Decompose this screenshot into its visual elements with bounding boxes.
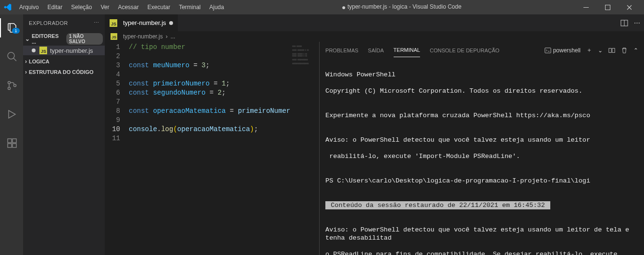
new-terminal-icon[interactable]: ＋ (586, 46, 592, 54)
svg-rect-7 (8, 139, 12, 143)
dirty-indicator-icon (169, 21, 173, 25)
window-title: ● typer-number.js - logica - Visual Stud… (228, 3, 575, 11)
menu-ver[interactable]: Ver (97, 2, 113, 12)
svg-rect-0 (583, 7, 589, 8)
code-editor[interactable]: 1 2 3 4 5 6 7 8 9 10 11 // tipo number c… (105, 42, 319, 255)
svg-rect-8 (12, 139, 16, 143)
folder-logica-label: LOGICA (29, 59, 50, 64)
close-button[interactable] (619, 0, 640, 14)
chevron-right-icon: › (25, 69, 27, 75)
explorer-badge: 1 (12, 28, 19, 34)
editor-tab[interactable]: JS typer-number.js (105, 14, 178, 31)
folder-outline-label: ESTRUTURA DO CÓDIGO (29, 69, 94, 75)
unsaved-badge: 1 NÃO SALVO (66, 33, 103, 45)
svg-point-2 (8, 52, 14, 59)
chevron-down-icon: ⌄ (25, 36, 30, 42)
svg-rect-13 (545, 48, 551, 53)
editor-area: JS typer-number.js ⋯ JS typer-number.js … (105, 14, 644, 255)
js-file-icon: JS (110, 19, 117, 27)
tab-terminal[interactable]: TERMINAL (394, 43, 421, 57)
menu-selecao[interactable]: Seleção (67, 2, 96, 12)
vscode-logo-icon (4, 3, 12, 11)
breadcrumbs[interactable]: JS typer-number.js › ... (105, 31, 644, 42)
maximize-panel-icon[interactable]: ⌃ (633, 47, 638, 54)
more-actions-icon[interactable]: ⋯ (634, 19, 640, 26)
open-editors-section[interactable]: ⌄ EDITORES ... 1 NÃO SALVO (23, 32, 105, 46)
terminal-dropdown-icon[interactable]: ⌄ (598, 47, 603, 54)
activity-bar: 1 (0, 14, 23, 255)
chevron-right-icon: › (25, 58, 27, 65)
open-editor-file[interactable]: JS typer-number.js (23, 46, 105, 55)
code-content[interactable]: // tipo number const meuNumero = 3; cons… (129, 43, 290, 255)
activity-explorer[interactable]: 1 (0, 18, 23, 37)
breadcrumb-sep: › (166, 33, 168, 40)
panel-tabs: PROBLEMAS SAÍDA TERMINAL CONSOLE DE DEPU… (320, 42, 644, 59)
svg-rect-10 (12, 144, 16, 147)
js-file-icon: JS (111, 33, 117, 40)
menu-bar: Arquivo Editar Seleção Ver Acessar Execu… (15, 2, 228, 12)
activity-extensions[interactable] (0, 134, 23, 153)
tab-saida[interactable]: SAÍDA (368, 44, 384, 57)
session-restored-banner: Conteúdo da sessão restaurado de 22/11/2… (325, 201, 550, 209)
sidebar-header: EXPLORADOR ⋯ (23, 14, 105, 31)
open-editor-filename: typer-number.js (50, 47, 93, 54)
terminal-profile[interactable]: powershell (545, 47, 581, 54)
split-terminal-icon[interactable] (608, 47, 615, 54)
svg-rect-1 (606, 5, 610, 10)
svg-line-3 (13, 58, 16, 61)
menu-terminal[interactable]: Terminal (175, 2, 204, 12)
titlebar: Arquivo Editar Seleção Ver Acessar Execu… (0, 0, 644, 14)
tab-problemas[interactable]: PROBLEMAS (325, 44, 358, 57)
breadcrumb-ellipsis: ... (171, 33, 175, 40)
svg-rect-15 (612, 48, 615, 52)
activity-source-control[interactable] (0, 76, 23, 95)
menu-ajuda[interactable]: Ajuda (206, 2, 228, 12)
tab-console-depuracao[interactable]: CONSOLE DE DEPURAÇÃO (430, 44, 499, 57)
svg-point-5 (8, 87, 11, 90)
terminal-panel: PROBLEMAS SAÍDA TERMINAL CONSOLE DE DEPU… (319, 42, 644, 255)
menu-editar[interactable]: Editar (44, 2, 66, 12)
svg-point-6 (14, 85, 16, 87)
svg-point-4 (8, 82, 11, 84)
breadcrumb-file: typer-number.js (123, 33, 163, 40)
menu-executar[interactable]: Executar (144, 2, 174, 12)
sidebar-title: EXPLORADOR (29, 20, 68, 26)
activity-search[interactable] (0, 47, 23, 66)
sidebar: EXPLORADOR ⋯ ⌄ EDITORES ... 1 NÃO SALVO … (23, 14, 105, 255)
minimize-button[interactable] (575, 0, 597, 14)
activity-run-debug[interactable] (0, 105, 23, 124)
open-editors-label: EDITORES ... (32, 33, 63, 45)
editor-tabs: JS typer-number.js ⋯ (105, 14, 644, 31)
folder-outline[interactable]: › ESTRUTURA DO CÓDIGO (23, 68, 105, 76)
minimap[interactable]: ████ ██████ █████ ████████ █ ██ █████ ██… (290, 43, 319, 255)
dirty-indicator-icon (32, 49, 36, 52)
terminal-output[interactable]: Windows PowerShell Copyright (C) Microso… (320, 59, 644, 255)
menu-acessar[interactable]: Acessar (114, 2, 142, 12)
kill-terminal-icon[interactable] (621, 47, 628, 54)
tab-label: typer-number.js (123, 19, 166, 26)
window-controls (575, 0, 640, 14)
svg-rect-9 (8, 144, 12, 147)
split-editor-icon[interactable] (620, 19, 628, 27)
sidebar-more-icon[interactable]: ⋯ (94, 20, 99, 26)
menu-arquivo[interactable]: Arquivo (15, 2, 43, 12)
line-numbers: 1 2 3 4 5 6 7 8 9 10 11 (105, 43, 129, 255)
folder-logica[interactable]: › LOGICA (23, 57, 105, 66)
svg-rect-14 (609, 48, 611, 52)
maximize-button[interactable] (597, 0, 619, 14)
js-file-icon: JS (39, 47, 47, 54)
